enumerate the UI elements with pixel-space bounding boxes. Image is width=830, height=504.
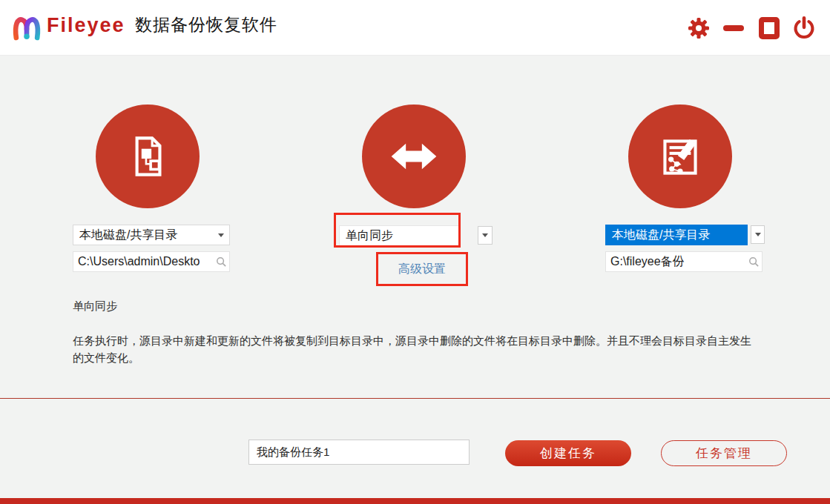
power-icon (792, 16, 816, 40)
minimize-icon (723, 25, 744, 31)
source-type-dropdown[interactable]: 本地磁盘/共享目录 (73, 225, 230, 245)
section-divider (0, 398, 830, 399)
bottom-accent-bar (0, 498, 830, 504)
close-button[interactable] (791, 0, 817, 56)
edit-document-icon (653, 129, 708, 184)
browse-source-icon[interactable] (216, 256, 227, 268)
two-way-arrow-icon (385, 127, 443, 185)
sync-mode-heading: 单向同步 (73, 299, 117, 314)
brand-name: Fileyee (47, 14, 125, 37)
target-path-input[interactable] (605, 251, 763, 272)
chevron-down-icon[interactable] (213, 225, 229, 245)
source-circle (96, 105, 200, 208)
create-task-button[interactable]: 创建任务 (505, 440, 631, 466)
sync-mode-dropdown-button[interactable] (478, 226, 493, 245)
browse-target-icon[interactable] (748, 256, 760, 268)
source-path-input[interactable] (73, 251, 230, 272)
title-bar: Fileyee 数据备份恢复软件 (0, 0, 830, 56)
advanced-settings-link[interactable]: 高级设置 (376, 252, 468, 286)
source-type-value: 本地磁盘/共享目录 (79, 228, 177, 243)
app-title: 数据备份恢复软件 (135, 13, 277, 36)
target-type-dropdown[interactable]: 本地磁盘/共享目录 (605, 225, 748, 245)
gear-icon (687, 16, 711, 40)
sync-mode-value: 单向同步 (346, 228, 393, 244)
source-document-icon (120, 129, 175, 184)
task-name-input[interactable] (248, 440, 470, 465)
chevron-down-icon (482, 233, 488, 237)
minimize-button[interactable] (720, 0, 747, 56)
sync-mode-description: 任务执行时，源目录中新建和更新的文件将被复制到目标目录中，源目录中删除的文件将在… (73, 332, 759, 366)
fileyee-logo-icon (12, 11, 42, 42)
target-type-value: 本地磁盘/共享目录 (612, 228, 710, 243)
maximize-icon (759, 17, 780, 39)
sync-mode-circle (362, 105, 466, 208)
target-circle (628, 105, 732, 208)
target-type-dropdown-button[interactable] (751, 225, 765, 244)
maximize-button[interactable] (756, 0, 783, 56)
settings-button[interactable] (685, 0, 712, 56)
task-manager-button[interactable]: 任务管理 (661, 440, 787, 466)
sync-mode-dropdown[interactable]: 单向同步 (339, 225, 461, 246)
chevron-down-icon (755, 233, 761, 236)
